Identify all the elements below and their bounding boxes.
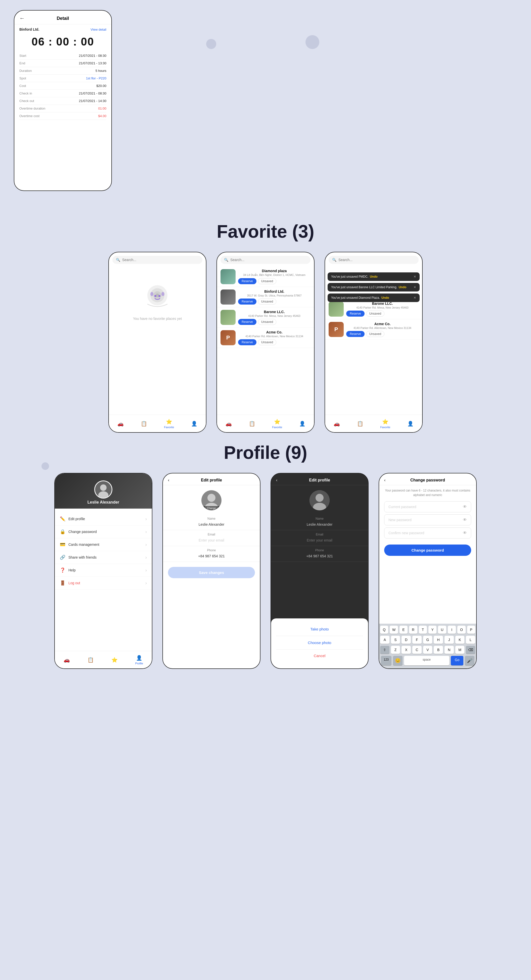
key-go[interactable]: Go bbox=[451, 656, 463, 665]
unsaved-button[interactable]: Unsaved bbox=[258, 299, 276, 305]
key-X[interactable]: X bbox=[402, 646, 411, 654]
undo-button-2[interactable]: Undo bbox=[399, 285, 407, 289]
key-mic[interactable]: 🎤 bbox=[465, 656, 474, 665]
nav-profile-2[interactable]: 👤 bbox=[299, 421, 306, 427]
key-V[interactable]: V bbox=[423, 646, 432, 654]
key-N[interactable]: N bbox=[445, 646, 454, 654]
menu-help[interactable]: ❓ Help › bbox=[55, 564, 152, 577]
back-button-dark[interactable]: ‹ bbox=[276, 478, 277, 482]
unsaved-button[interactable]: Unsaved bbox=[366, 310, 384, 317]
key-L[interactable]: L bbox=[466, 636, 475, 644]
eye-icon-new[interactable]: 👁 bbox=[463, 518, 467, 522]
nav-home-3[interactable]: 🚗 bbox=[333, 421, 340, 427]
new-password-field[interactable]: 👁 bbox=[384, 514, 471, 525]
menu-share[interactable]: 🔗 Share with friends › bbox=[55, 551, 152, 564]
search-input-3[interactable] bbox=[338, 258, 415, 262]
key-J[interactable]: J bbox=[445, 636, 454, 644]
search-input-1[interactable] bbox=[122, 258, 199, 262]
key-Y[interactable]: Y bbox=[429, 626, 437, 634]
edit-avatar[interactable]: Change bbox=[201, 490, 222, 511]
key-W[interactable]: W bbox=[390, 626, 398, 634]
key-T[interactable]: T bbox=[419, 626, 427, 634]
current-password-field[interactable]: 👁 bbox=[384, 501, 471, 512]
search-bar-3[interactable]: 🔍 bbox=[328, 256, 419, 264]
menu-cards[interactable]: 💳 Cards management › bbox=[55, 538, 152, 551]
key-H[interactable]: H bbox=[434, 636, 443, 644]
nav-tickets-p1[interactable]: 📋 bbox=[88, 657, 94, 663]
key-F[interactable]: F bbox=[412, 636, 422, 644]
unsaved-button[interactable]: Unsaved bbox=[258, 278, 276, 284]
key-space[interactable]: space bbox=[404, 656, 449, 665]
eye-icon-confirm[interactable]: 👁 bbox=[463, 531, 467, 535]
menu-edit-profile[interactable]: ✏️ Edit profile › bbox=[55, 512, 152, 525]
menu-logout[interactable]: 🚪 Log out › bbox=[55, 577, 152, 590]
confirm-password-input[interactable] bbox=[388, 531, 463, 535]
view-detail-link[interactable]: View detail bbox=[91, 28, 106, 32]
close-toast-2[interactable]: ✕ bbox=[414, 285, 416, 289]
cancel-photo-button[interactable]: Cancel bbox=[276, 651, 363, 661]
back-button[interactable]: ← bbox=[19, 15, 25, 22]
change-password-button[interactable]: Change password bbox=[384, 544, 471, 556]
key-shift[interactable]: ⇧ bbox=[380, 646, 389, 654]
key-S[interactable]: S bbox=[391, 636, 400, 644]
key-A[interactable]: A bbox=[380, 636, 389, 644]
detail-row-overtime-duration: Overtime duration 01:00 bbox=[19, 105, 106, 112]
undo-button-3[interactable]: Undo bbox=[381, 296, 389, 299]
key-Z[interactable]: Z bbox=[391, 646, 400, 654]
key-R[interactable]: R bbox=[409, 626, 417, 634]
undo-button-1[interactable]: Undo bbox=[370, 275, 378, 278]
take-photo-button[interactable]: Take photo bbox=[276, 624, 363, 635]
unsaved-button[interactable]: Unsaved bbox=[258, 319, 276, 325]
reserve-button[interactable]: Reserve bbox=[346, 331, 365, 337]
key-backspace[interactable]: ⌫ bbox=[466, 646, 475, 654]
reserve-button[interactable]: Reserve bbox=[238, 319, 257, 325]
key-K[interactable]: K bbox=[455, 636, 465, 644]
key-U[interactable]: U bbox=[438, 626, 446, 634]
eye-icon-current[interactable]: 👁 bbox=[463, 504, 467, 509]
search-input-2[interactable] bbox=[230, 258, 307, 262]
key-B[interactable]: B bbox=[434, 646, 443, 654]
key-D[interactable]: D bbox=[402, 636, 411, 644]
close-toast-3[interactable]: ✕ bbox=[414, 296, 416, 299]
nav-favorite-p1[interactable]: ⭐ bbox=[112, 657, 118, 663]
back-button-pw[interactable]: ‹ bbox=[384, 478, 386, 482]
choose-photo-button[interactable]: Choose photo bbox=[276, 637, 363, 648]
close-toast-1[interactable]: ✕ bbox=[414, 275, 416, 278]
search-bar-1[interactable]: 🔍 bbox=[112, 256, 203, 264]
nav-profile-3[interactable]: 👤 bbox=[407, 421, 414, 427]
detail-title: Detail bbox=[57, 16, 69, 21]
key-emoji[interactable]: 😊 bbox=[393, 656, 402, 665]
key-P[interactable]: P bbox=[467, 626, 475, 634]
save-changes-button[interactable]: Save changes bbox=[168, 567, 255, 578]
menu-change-password[interactable]: 🔒 Change password › bbox=[55, 525, 152, 538]
nav-tickets-2[interactable]: 📋 bbox=[249, 421, 255, 427]
nav-home-1[interactable]: 🚗 bbox=[117, 421, 124, 427]
reserve-button[interactable]: Reserve bbox=[346, 310, 365, 317]
key-M[interactable]: M bbox=[455, 646, 465, 654]
search-bar-2[interactable]: 🔍 bbox=[220, 256, 311, 264]
key-123[interactable]: 123 bbox=[381, 656, 391, 665]
nav-profile-1[interactable]: 👤 bbox=[191, 421, 198, 427]
key-E[interactable]: E bbox=[400, 626, 408, 634]
new-password-input[interactable] bbox=[388, 518, 463, 522]
nav-home-p1[interactable]: 🚗 bbox=[64, 657, 70, 663]
key-G[interactable]: G bbox=[423, 636, 432, 644]
confirm-password-field[interactable]: 👁 bbox=[384, 527, 471, 538]
key-I[interactable]: I bbox=[448, 626, 456, 634]
key-C[interactable]: C bbox=[412, 646, 422, 654]
key-O[interactable]: O bbox=[457, 626, 466, 634]
unsaved-button[interactable]: Unsaved bbox=[258, 339, 276, 345]
profile-phones: Leslie Alexander ✏️ Edit profile › 🔒 Cha… bbox=[0, 473, 531, 669]
current-password-input[interactable] bbox=[388, 505, 463, 509]
reserve-button[interactable]: Reserve bbox=[238, 339, 257, 345]
edit-avatar-dark[interactable] bbox=[309, 490, 330, 511]
nav-tickets-1[interactable]: 📋 bbox=[141, 421, 147, 427]
key-Q[interactable]: Q bbox=[380, 626, 388, 634]
nav-profile-p1[interactable]: 👤 Profile bbox=[135, 655, 143, 665]
unsaved-button[interactable]: Unsaved bbox=[366, 331, 384, 337]
reserve-button[interactable]: Reserve bbox=[238, 299, 257, 305]
nav-home-2[interactable]: 🚗 bbox=[225, 421, 232, 427]
nav-tickets-3[interactable]: 📋 bbox=[357, 421, 363, 427]
reserve-button[interactable]: Reserve bbox=[238, 278, 257, 284]
back-button-edit[interactable]: ‹ bbox=[168, 478, 169, 482]
